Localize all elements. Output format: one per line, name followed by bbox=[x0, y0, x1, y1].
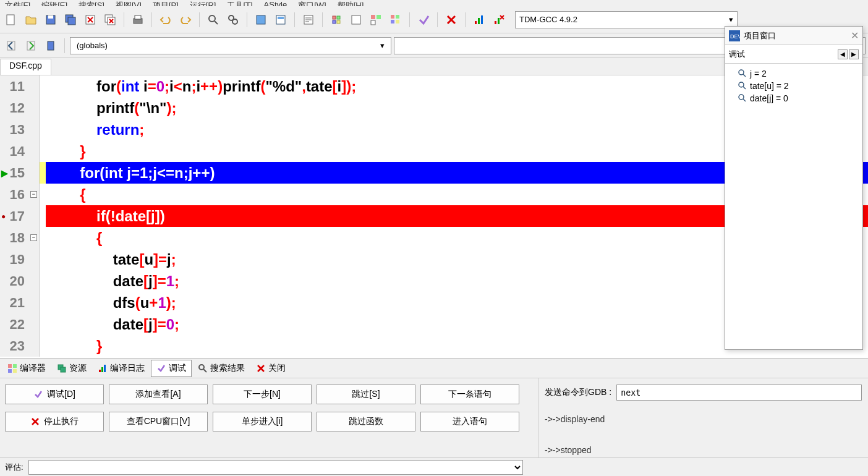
svg-rect-0 bbox=[7, 15, 14, 25]
menu-view[interactable]: 视图[V] bbox=[116, 0, 142, 6]
gdb-output: ->->display-end ->->stopped bbox=[545, 412, 862, 459]
delete-profile-icon[interactable] bbox=[490, 11, 508, 28]
forward-icon[interactable] bbox=[22, 37, 40, 54]
next-tab-icon[interactable]: ▶ bbox=[849, 49, 859, 59]
gdb-command-input[interactable] bbox=[616, 385, 862, 401]
cpu-window-button[interactable]: 查看CPU窗口[V] bbox=[109, 412, 208, 431]
back-icon[interactable] bbox=[2, 37, 20, 54]
watch-window[interactable]: DEV 项目窗口 ✕ 调试 ◀ ▶ j = 2 tate[u] = 2 date… bbox=[725, 26, 863, 350]
open-file-icon[interactable] bbox=[22, 11, 40, 28]
prev-tab-icon[interactable]: ◀ bbox=[838, 49, 848, 59]
fold-toggle-icon[interactable]: − bbox=[30, 191, 37, 198]
run-icon[interactable] bbox=[347, 11, 365, 28]
app-icon: DEV bbox=[729, 30, 740, 41]
add-watch-button[interactable]: 添加查看[A] bbox=[109, 385, 208, 404]
goto-bookmark-icon[interactable] bbox=[272, 11, 289, 28]
tab-debug[interactable]: 调试 bbox=[151, 360, 192, 377]
print-icon[interactable] bbox=[129, 11, 147, 28]
svg-rect-39 bbox=[8, 369, 12, 373]
svg-rect-22 bbox=[371, 15, 375, 19]
scope-label: (globals) bbox=[77, 41, 108, 50]
close-file-icon[interactable] bbox=[82, 11, 99, 28]
undo-icon[interactable] bbox=[157, 11, 174, 28]
line-number: 22 bbox=[0, 313, 28, 335]
svg-rect-18 bbox=[337, 16, 340, 19]
svg-rect-24 bbox=[371, 20, 375, 25]
menu-run[interactable]: 运行[R] bbox=[190, 0, 216, 6]
menu-help[interactable]: 帮助[H] bbox=[338, 0, 364, 6]
menu-tools[interactable]: 工具[T] bbox=[227, 0, 252, 6]
bookmark-nav-icon[interactable] bbox=[42, 37, 59, 54]
menu-astyle[interactable]: AStyle bbox=[264, 0, 287, 6]
stop-button[interactable]: 停止执行 bbox=[5, 412, 104, 431]
skip-button[interactable]: 跳过[S] bbox=[317, 385, 415, 404]
debug-button[interactable]: 调试[D] bbox=[5, 385, 104, 404]
breakpoint-icon[interactable]: ● bbox=[1, 212, 6, 221]
svg-rect-21 bbox=[352, 15, 360, 24]
replace-icon[interactable] bbox=[224, 11, 242, 28]
watch-tab-debug[interactable]: 调试 bbox=[729, 49, 745, 60]
goto-line-icon[interactable] bbox=[300, 11, 317, 28]
svg-rect-43 bbox=[99, 370, 101, 372]
svg-text:DEV: DEV bbox=[730, 33, 740, 40]
tab-resources[interactable]: 资源 bbox=[52, 360, 91, 376]
compile-run-icon[interactable] bbox=[367, 11, 385, 28]
debug-icon[interactable] bbox=[415, 11, 432, 28]
fold-toggle-icon[interactable]: − bbox=[30, 234, 37, 241]
close-all-icon[interactable] bbox=[101, 11, 119, 28]
svg-rect-20 bbox=[337, 20, 340, 23]
menu-file[interactable]: 文件[F] bbox=[5, 0, 30, 6]
evaluate-label: 评估: bbox=[5, 462, 23, 473]
tab-search-results[interactable]: 搜索结果 bbox=[193, 360, 250, 376]
svg-rect-38 bbox=[13, 364, 17, 368]
tab-close[interactable]: 关闭 bbox=[251, 360, 291, 376]
close-icon[interactable]: ✕ bbox=[851, 30, 859, 41]
svg-rect-30 bbox=[478, 18, 480, 24]
profile-icon[interactable] bbox=[470, 11, 488, 28]
line-number: ▶15 bbox=[0, 162, 28, 184]
save-icon[interactable] bbox=[42, 11, 59, 28]
svg-point-46 bbox=[199, 365, 204, 370]
watch-item[interactable]: date[j] = 0 bbox=[728, 92, 860, 104]
menu-window[interactable]: 窗口[W] bbox=[298, 0, 326, 6]
line-number: 14 bbox=[0, 140, 28, 162]
current-line-icon: ▶ bbox=[1, 168, 8, 178]
line-number: 21 bbox=[0, 292, 28, 313]
find-icon[interactable] bbox=[205, 11, 222, 28]
line-number: 11 bbox=[0, 75, 28, 97]
line-number: 12 bbox=[0, 97, 28, 119]
svg-rect-9 bbox=[135, 15, 141, 19]
menu-search[interactable]: 搜索[S] bbox=[79, 0, 104, 6]
svg-rect-26 bbox=[396, 15, 399, 19]
compile-icon[interactable] bbox=[328, 11, 345, 28]
line-number: 23 bbox=[0, 335, 28, 357]
watch-item[interactable]: j = 2 bbox=[728, 67, 860, 80]
tab-log[interactable]: 编译日志 bbox=[93, 360, 150, 376]
next-step-button[interactable]: 下一步[N] bbox=[213, 385, 312, 404]
step-into-button[interactable]: 单步进入[i] bbox=[213, 412, 312, 431]
into-statement-button[interactable]: 进入语句 bbox=[420, 412, 519, 431]
evaluate-bar: 评估: bbox=[0, 457, 868, 476]
save-all-icon[interactable] bbox=[62, 11, 79, 28]
scope-select[interactable]: (globals) ▾ bbox=[70, 37, 391, 54]
tab-compiler[interactable]: 编译器 bbox=[2, 360, 51, 376]
new-file-icon[interactable] bbox=[2, 11, 20, 28]
menu-project[interactable]: 项目[P] bbox=[153, 0, 179, 6]
menu-edit[interactable]: 编辑[E] bbox=[41, 0, 67, 6]
step-out-button[interactable]: 跳过函数 bbox=[317, 412, 415, 431]
svg-rect-29 bbox=[475, 21, 477, 24]
next-statement-button[interactable]: 下一条语句 bbox=[420, 385, 519, 404]
line-number: 19 bbox=[0, 249, 28, 270]
rebuild-icon[interactable] bbox=[387, 11, 404, 28]
watch-var-icon bbox=[738, 69, 747, 79]
svg-point-10 bbox=[209, 15, 215, 22]
compiler-select[interactable]: TDM-GCC 4.9.2 ▾ bbox=[515, 11, 738, 28]
watch-item[interactable]: tate[u] = 2 bbox=[728, 80, 860, 92]
file-tab[interactable]: DSF.cpp bbox=[0, 59, 51, 75]
toggle-bookmark-icon[interactable] bbox=[252, 11, 270, 28]
line-number: 16 bbox=[0, 184, 28, 205]
evaluate-input[interactable] bbox=[28, 460, 523, 475]
svg-rect-13 bbox=[257, 15, 265, 24]
redo-icon[interactable] bbox=[177, 11, 194, 28]
stop-icon[interactable] bbox=[443, 11, 460, 28]
